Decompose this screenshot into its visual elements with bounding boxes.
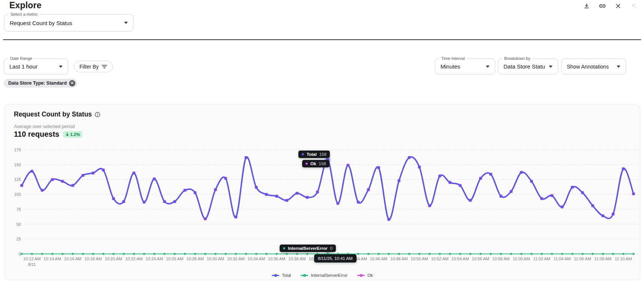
- legend-label: Ok: [367, 273, 373, 278]
- x-tick-label: 10:48 AM: [390, 257, 407, 261]
- total-point: [286, 199, 288, 201]
- total-point: [581, 192, 584, 194]
- total-point: [235, 216, 237, 218]
- total-point: [255, 186, 258, 188]
- total-point: [632, 193, 635, 195]
- error-point: [265, 253, 268, 255]
- error-point: [541, 253, 543, 255]
- error-point: [123, 253, 125, 255]
- error-point: [367, 253, 370, 255]
- legend-item-total[interactable]: Total: [272, 273, 291, 278]
- metric-select[interactable]: Select a metric Request Count by Status: [4, 14, 133, 31]
- x-tick-label: 11:02 AM: [533, 257, 550, 261]
- total-point: [428, 205, 431, 207]
- error-point: [408, 253, 410, 255]
- total-point: [469, 199, 472, 201]
- error-point: [469, 253, 472, 255]
- total-point: [439, 175, 441, 177]
- error-point: [245, 253, 247, 255]
- legend-item-internalservererror[interactable]: InternalServerError: [301, 273, 347, 278]
- total-point: [21, 185, 23, 187]
- total-point: [367, 189, 370, 191]
- tooltip-total: Total 158: [298, 151, 330, 158]
- error-point: [235, 253, 237, 255]
- error-point: [602, 253, 604, 255]
- y-tick-label: 125: [14, 177, 21, 182]
- error-point: [255, 253, 258, 255]
- error-point: [490, 253, 492, 255]
- header-actions: [583, 2, 638, 10]
- date-range-label: Date Range: [8, 56, 34, 61]
- error-point: [439, 253, 441, 255]
- total-point: [449, 182, 451, 184]
- total-point: [592, 205, 594, 207]
- x-tick-label: 10:14 AM: [43, 257, 61, 261]
- tooltip-internal-server-error: InternalServerError 0: [280, 245, 336, 252]
- time-interval-select[interactable]: Time Interval Minutes: [435, 58, 495, 75]
- y-tick-label: 150: [14, 163, 21, 167]
- tooltip-datetime: 8/11/25, 10:41 AM: [314, 254, 356, 263]
- date-range-select[interactable]: Date Range Last 1 hour: [4, 58, 68, 75]
- x-tick-label: 10:58 AM: [492, 257, 509, 261]
- section-divider: [3, 39, 641, 40]
- error-point: [163, 253, 166, 255]
- total-point: [102, 169, 105, 171]
- total-point: [612, 213, 614, 215]
- total-point: [174, 200, 176, 203]
- x-tick-label: 11:00 AM: [513, 257, 530, 261]
- error-point: [561, 253, 563, 255]
- ok-dot-icon: [306, 163, 308, 165]
- total-point: [602, 215, 604, 217]
- y-tick-label: 175: [14, 148, 21, 152]
- error-point: [306, 253, 309, 255]
- total-point: [133, 172, 135, 174]
- close-icon[interactable]: [614, 2, 622, 10]
- error-point: [398, 253, 400, 255]
- total-point: [143, 201, 145, 203]
- breakdown-by-label: Breakdown by: [502, 56, 532, 61]
- info-icon[interactable]: [94, 112, 100, 118]
- total-point: [418, 166, 421, 168]
- x-tick-label: 10:22 AM: [125, 257, 142, 261]
- arrow-down-icon: [66, 132, 69, 136]
- error-point: [551, 253, 553, 255]
- x-tick-label: 10:26 AM: [166, 257, 183, 261]
- total-point: [408, 157, 410, 159]
- total-point: [194, 192, 196, 194]
- error-point: [102, 253, 105, 255]
- total-point: [490, 173, 492, 175]
- delta-badge: 1.2%: [63, 131, 82, 138]
- error-point: [41, 253, 43, 255]
- total-point: [153, 178, 156, 180]
- chevron-down-icon: [617, 66, 620, 68]
- metric-select-value: Request Count by Status: [10, 20, 120, 26]
- filter-chip-label: Data Store Type: Standard: [8, 81, 67, 86]
- tooltip-ok: Ok 158: [302, 160, 329, 167]
- total-point: [398, 180, 400, 182]
- y-tick-label: 100: [14, 192, 21, 197]
- breakdown-by-select[interactable]: Breakdown by Data Store Status: [498, 58, 558, 75]
- total-point: [245, 157, 247, 159]
- error-point: [174, 253, 176, 255]
- x-tick-label: 10:56 AM: [472, 257, 489, 261]
- sparkles-icon[interactable]: [630, 2, 638, 10]
- error-point: [286, 253, 288, 255]
- error-point: [418, 253, 421, 255]
- legend-item-ok[interactable]: Ok: [357, 273, 373, 278]
- link-icon[interactable]: [598, 2, 607, 10]
- error-point: [296, 253, 298, 255]
- remove-filter-icon[interactable]: ✕: [69, 80, 75, 87]
- legend-swatch-icon: [301, 274, 308, 277]
- error-point: [153, 253, 156, 255]
- x-tick-label: 10:24 AM: [145, 257, 163, 261]
- error-point: [530, 253, 533, 255]
- download-icon[interactable]: [583, 2, 591, 10]
- error-point: [510, 253, 512, 255]
- x-tick-label: 10:46 AM: [370, 257, 387, 261]
- x-tick-label: 10:32 AM: [227, 257, 244, 261]
- show-annotations-select[interactable]: Show Annotations: [561, 58, 626, 75]
- page-title: Explore: [9, 0, 42, 10]
- x-tick-label: 10:50 AM: [411, 257, 428, 261]
- error-point: [592, 253, 594, 255]
- filter-by-button[interactable]: Filter By: [74, 61, 113, 72]
